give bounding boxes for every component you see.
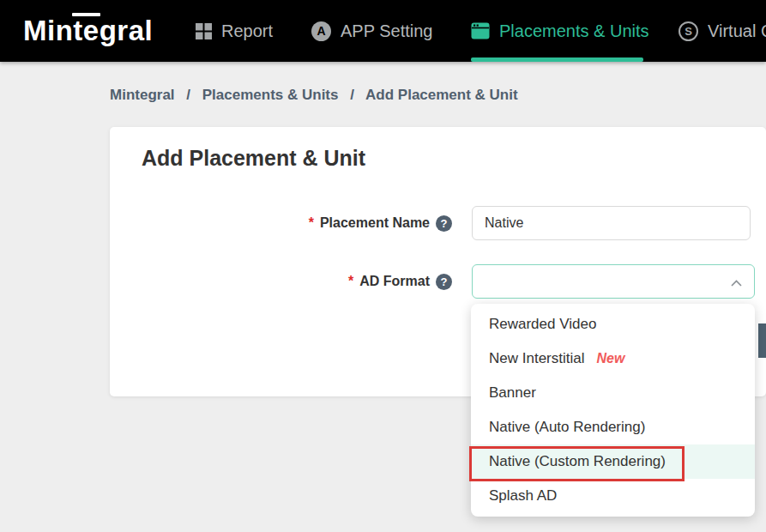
chevron-up-icon xyxy=(731,280,742,287)
nav-virtual-label: Virtual C xyxy=(708,21,766,41)
required-asterisk: * xyxy=(348,274,353,289)
placement-name-input[interactable] xyxy=(472,206,751,240)
breadcrumb-section[interactable]: Placements & Units xyxy=(202,87,339,103)
breadcrumb-home[interactable]: Mintegral xyxy=(110,87,175,103)
mintegral-logo[interactable]: Mintegral xyxy=(23,0,153,62)
breadcrumb-separator: / xyxy=(186,87,190,103)
logo-accent-bar xyxy=(72,13,100,16)
option-label: Rewarded Video xyxy=(489,316,596,333)
ad-format-label: * AD Format ? xyxy=(110,264,452,299)
new-badge: New xyxy=(596,351,624,366)
required-asterisk: * xyxy=(309,215,314,231)
nav-app-setting-label: APP Setting xyxy=(341,21,432,41)
option-label: New Interstitial xyxy=(489,350,584,367)
screen: Mintegral Report A APP Setting Place xyxy=(0,0,766,532)
nav-report-label: Report xyxy=(221,21,273,41)
ad-format-dropdown: Rewarded Video New Interstitial New Bann… xyxy=(471,304,755,517)
ad-format-label-text: AD Format xyxy=(359,274,430,289)
option-label: Banner xyxy=(489,384,536,402)
placement-name-label: * Placement Name ? xyxy=(110,206,452,240)
nav-item-placements-units[interactable]: Placements & Units xyxy=(471,0,649,62)
nav-item-report[interactable]: Report xyxy=(196,0,273,62)
help-icon[interactable]: ? xyxy=(436,274,452,290)
nav-item-app-setting[interactable]: A APP Setting xyxy=(311,0,432,62)
mintegral-logo-text: Mintegral xyxy=(23,15,153,47)
ad-format-select[interactable] xyxy=(472,264,755,299)
option-new-interstitial[interactable]: New Interstitial New xyxy=(471,342,755,376)
grid-icon xyxy=(196,23,212,39)
active-tab-underline xyxy=(471,57,643,62)
option-label: Splash AD xyxy=(489,487,557,505)
nav-item-virtual-currency[interactable]: S Virtual C xyxy=(679,0,766,62)
option-rewarded-video[interactable]: Rewarded Video xyxy=(471,307,755,342)
window-icon xyxy=(471,22,490,39)
option-label: Native (Auto Rendering) xyxy=(489,419,645,436)
option-label: Native (Custom Rendering) xyxy=(489,453,666,470)
option-native-custom-rendering[interactable]: Native (Custom Rendering) xyxy=(471,444,755,479)
option-banner[interactable]: Banner xyxy=(471,376,755,410)
nav-placements-label: Placements & Units xyxy=(499,21,649,41)
submit-button-partial[interactable] xyxy=(758,323,766,358)
breadcrumb: Mintegral / Placements & Units / Add Pla… xyxy=(110,87,518,104)
top-navbar: Mintegral Report A APP Setting Place xyxy=(0,0,766,62)
option-splash-ad[interactable]: Splash AD xyxy=(471,479,755,513)
placement-name-label-text: Placement Name xyxy=(320,215,430,231)
page-title: Add Placement & Unit xyxy=(142,146,365,171)
currency-icon: S xyxy=(679,21,698,41)
help-icon[interactable]: ? xyxy=(436,215,452,232)
appstore-icon: A xyxy=(311,21,331,41)
breadcrumb-current: Add Placement & Unit xyxy=(365,87,518,103)
breadcrumb-separator: / xyxy=(350,87,354,103)
option-native-auto-rendering[interactable]: Native (Auto Rendering) xyxy=(471,410,755,444)
